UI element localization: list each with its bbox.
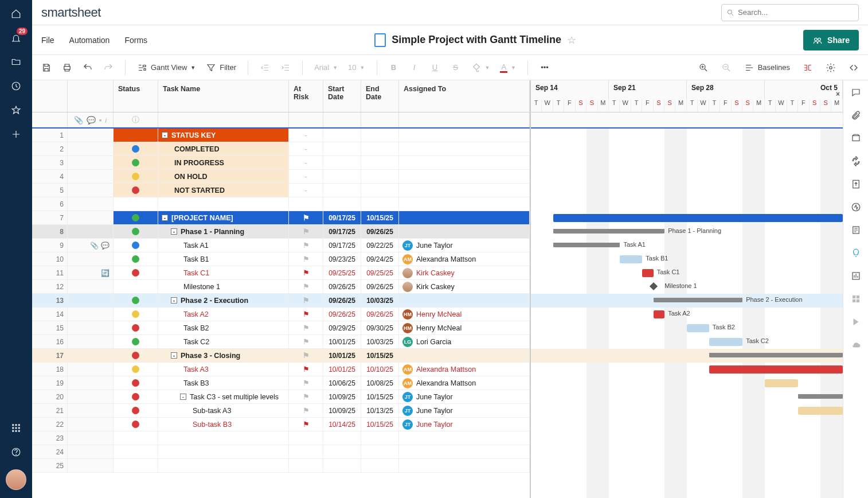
more-icon[interactable]: ••• <box>536 59 553 76</box>
task-name-cell[interactable]: COMPLETED <box>158 142 289 155</box>
row-number[interactable]: 21 <box>32 404 68 417</box>
end-date-cell[interactable] <box>361 459 399 472</box>
status-cell[interactable] <box>114 280 158 293</box>
gantt-bar[interactable] <box>709 353 843 357</box>
font-selector[interactable]: Arial▼ <box>311 59 341 76</box>
at-risk-cell[interactable]: ⚑ <box>289 390 323 403</box>
comment-icon[interactable]: 💬 <box>101 242 110 250</box>
table-row[interactable]: 8-Phase 1 - Planning⚑09/17/2509/26/25 <box>32 225 530 239</box>
status-cell[interactable] <box>114 418 158 431</box>
assigned-to-cell[interactable] <box>399 197 530 211</box>
gantt-bar[interactable] <box>553 243 620 247</box>
end-date-cell[interactable] <box>361 445 399 458</box>
undo-icon[interactable] <box>79 59 96 76</box>
row-number[interactable]: 4 <box>32 170 68 183</box>
start-date-cell[interactable]: 09/17/25 <box>323 239 361 252</box>
row-number[interactable]: 3 <box>32 156 68 169</box>
task-name-cell[interactable] <box>158 431 289 445</box>
end-date-cell[interactable]: 10/15/25 <box>361 349 399 362</box>
table-row[interactable]: 15Task B2⚑09/29/2509/30/25HMHenry McNeal <box>32 321 530 335</box>
at-risk-cell[interactable] <box>289 431 323 445</box>
row-number[interactable]: 20 <box>32 390 68 403</box>
collapse-panel-icon[interactable] <box>845 59 862 76</box>
assigned-to-cell[interactable]: Kirk Caskey <box>399 266 530 279</box>
at-risk-cell[interactable]: ⚑ <box>289 294 323 307</box>
gantt-bar[interactable] <box>798 407 843 415</box>
start-date-cell[interactable]: 10/01/25 <box>323 349 361 362</box>
end-date-cell[interactable]: 09/30/25 <box>361 321 399 334</box>
table-row[interactable]: 23 <box>32 431 530 445</box>
assigned-to-cell[interactable] <box>399 184 530 197</box>
assigned-to-cell[interactable]: AMAlexandra Mattson <box>399 376 530 390</box>
task-name-cell[interactable]: Task A2 <box>158 308 289 321</box>
at-risk-cell[interactable]: ⚑ <box>289 335 323 348</box>
gantt-bar[interactable] <box>642 269 653 277</box>
table-row[interactable]: 9📎💬Task A1⚑09/17/2509/22/25JTJune Taylor <box>32 239 530 252</box>
start-date-cell[interactable]: 10/01/25 <box>323 363 361 376</box>
col-header-task[interactable]: Task Name <box>158 80 289 112</box>
end-date-cell[interactable] <box>361 197 399 211</box>
attachment-icon[interactable]: 📎 <box>90 242 99 250</box>
assigned-to-cell[interactable] <box>399 459 530 472</box>
assigned-to-cell[interactable] <box>399 431 530 445</box>
assigned-to-cell[interactable]: HMHenry McNeal <box>399 308 530 321</box>
at-risk-cell[interactable]: ⚑ <box>289 225 323 238</box>
status-cell[interactable] <box>114 335 158 348</box>
table-row[interactable]: 3IN PROGRESS- <box>32 156 530 170</box>
at-risk-cell[interactable]: ⚑ <box>289 252 323 266</box>
status-cell[interactable] <box>114 156 158 169</box>
start-date-cell[interactable] <box>323 156 361 169</box>
start-date-cell[interactable] <box>323 459 361 472</box>
status-cell[interactable] <box>114 197 158 211</box>
assigned-to-cell[interactable] <box>399 129 530 142</box>
row-number[interactable]: 25 <box>32 459 68 472</box>
assigned-to-cell[interactable]: AMAlexandra Mattson <box>399 363 530 376</box>
row-number[interactable]: 16 <box>32 335 68 348</box>
settings-icon[interactable] <box>822 59 839 76</box>
zoom-in-icon[interactable] <box>695 59 712 76</box>
col-header-assigned[interactable]: Assigned To <box>399 80 530 112</box>
row-number[interactable]: 10 <box>32 252 68 266</box>
notifications-icon[interactable]: 29 <box>9 31 23 45</box>
task-name-cell[interactable]: IN PROGRESS <box>158 156 289 169</box>
assigned-to-cell[interactable] <box>399 349 530 362</box>
at-risk-cell[interactable] <box>289 459 323 472</box>
row-number[interactable]: 7 <box>32 211 68 224</box>
table-row[interactable]: 7-[PROJECT NAME]⚑09/17/2510/15/25 <box>32 211 530 225</box>
search-input[interactable] <box>738 8 854 17</box>
table-row[interactable]: 11🔄Task C1⚑09/25/2509/25/25Kirk Caskey <box>32 266 530 280</box>
status-cell[interactable] <box>114 239 158 252</box>
gantt-bar[interactable] <box>798 394 843 399</box>
start-date-cell[interactable]: 09/23/25 <box>323 252 361 266</box>
status-cell[interactable] <box>114 211 158 224</box>
row-number[interactable]: 24 <box>32 445 68 458</box>
assigned-to-cell[interactable] <box>399 211 530 224</box>
status-cell[interactable] <box>114 225 158 238</box>
task-name-cell[interactable]: Task B1 <box>158 252 289 266</box>
col-header-end[interactable]: End Date <box>361 80 399 112</box>
start-date-cell[interactable]: 09/26/25 <box>323 308 361 321</box>
status-cell[interactable] <box>114 142 158 155</box>
collapse-toggle[interactable]: - <box>171 297 177 304</box>
at-risk-cell[interactable]: - <box>289 142 323 155</box>
table-row[interactable]: 24 <box>32 445 530 459</box>
at-risk-cell[interactable]: ⚑ <box>289 349 323 362</box>
collapse-toggle[interactable]: - <box>180 394 186 400</box>
start-date-cell[interactable]: 09/26/25 <box>323 294 361 307</box>
activity-icon[interactable] <box>850 201 862 213</box>
table-row[interactable]: 2COMPLETED- <box>32 142 530 156</box>
critical-path-icon[interactable] <box>799 59 816 76</box>
row-number[interactable]: 18 <box>32 363 68 376</box>
row-number[interactable]: 11 <box>32 266 68 279</box>
table-row[interactable]: 13-Phase 2 - Execution⚑09/26/2510/03/25 <box>32 294 530 308</box>
task-name-cell[interactable]: ON HOLD <box>158 170 289 183</box>
status-cell[interactable] <box>114 308 158 321</box>
menu-forms[interactable]: Forms <box>124 36 147 45</box>
at-risk-cell[interactable]: ⚑ <box>289 418 323 431</box>
start-date-cell[interactable]: 09/17/25 <box>323 211 361 224</box>
collapse-toggle[interactable]: - <box>162 132 168 138</box>
start-date-cell[interactable]: 10/14/25 <box>323 418 361 431</box>
attachments-column-icon[interactable]: 📎 <box>74 116 83 124</box>
save-icon[interactable] <box>38 59 55 76</box>
end-date-cell[interactable]: 09/22/25 <box>361 239 399 252</box>
